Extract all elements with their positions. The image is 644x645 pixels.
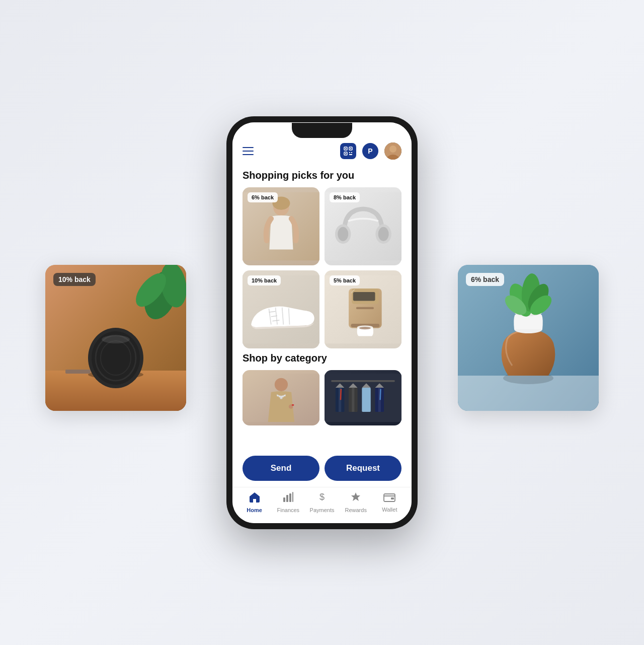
svg-rect-29 [351,152,352,153]
phone-screen: P Shopping picks for you [232,122,412,523]
svg-point-41 [378,227,389,241]
svg-rect-37 [325,192,401,260]
svg-rect-81 [292,492,293,502]
svg-rect-23 [345,148,346,149]
nav-rewards[interactable]: Rewards [339,491,373,513]
svg-point-7 [102,335,130,343]
svg-rect-27 [345,153,346,154]
svg-point-64 [282,395,284,397]
svg-text:$: $ [319,492,325,502]
svg-point-39 [338,227,348,241]
rewards-icon [350,491,361,506]
svg-point-57 [359,327,371,329]
product-card-fashion[interactable]: 6% back [243,187,319,265]
svg-point-59 [275,378,288,391]
coffee-badge: 5% back [330,275,360,285]
svg-rect-53 [353,292,375,300]
nav-wallet[interactable]: Wallet [373,492,407,513]
svg-rect-78 [283,497,285,502]
hamburger-line-3 [243,154,254,155]
svg-rect-11 [65,370,91,374]
right-card-badge: 6% back [466,273,504,286]
svg-rect-75 [362,387,370,411]
menu-button[interactable] [243,144,257,158]
svg-rect-84 [391,497,394,499]
hamburger-line-1 [243,147,254,148]
svg-rect-74 [352,387,354,411]
plant-image [458,265,599,411]
rewards-label: Rewards [345,507,367,513]
qr-button[interactable] [340,143,356,159]
category-title: Shop by category [232,348,412,370]
notch [292,123,352,138]
svg-rect-25 [350,148,351,149]
product-grid: 6% back [232,187,412,348]
scroll-content: Shopping picks for you 6% back [232,166,412,450]
svg-rect-30 [349,154,352,155]
svg-point-32 [389,146,396,153]
svg-point-61 [277,394,278,396]
plant-scene-svg [458,265,599,411]
fashion-badge: 6% back [248,192,278,202]
side-card-right[interactable]: 6% back [458,265,599,411]
qr-icon [344,147,353,156]
product-card-coffee[interactable]: 5% back [325,270,401,348]
wallet-label: Wallet [382,507,397,513]
action-buttons: Send Request [232,450,412,487]
finances-label: Finances [277,507,299,513]
speaker-image [45,265,186,411]
svg-rect-54 [356,307,374,309]
svg-rect-79 [286,495,288,502]
payments-label: Payments [310,507,335,513]
paypal-button[interactable]: P [362,143,378,159]
svg-point-62 [279,395,280,397]
category-fashion-svg [243,370,319,425]
scene: 10% back [45,58,599,587]
left-card-badge: 10% back [53,273,96,286]
nav-home[interactable]: Home [237,491,271,513]
svg-rect-80 [289,493,291,502]
category-suits-svg [325,370,401,425]
svg-rect-28 [349,152,350,153]
bottom-nav: Home Finances [232,487,412,523]
user-avatar[interactable] [384,142,401,160]
svg-rect-67 [292,404,294,406]
svg-point-65 [284,394,285,396]
nav-finances[interactable]: Finances [271,491,305,513]
finances-icon [283,491,294,506]
nav-payments[interactable]: $ Payments [305,491,339,513]
svg-rect-69 [331,380,395,382]
home-icon [249,491,261,506]
product-card-headphones[interactable]: 8% back [325,187,401,265]
svg-point-63 [280,396,282,397]
top-nav-right: P [340,142,401,160]
send-button[interactable]: Send [243,456,319,481]
shopping-picks-title: Shopping picks for you [232,166,412,187]
payments-icon: $ [316,491,328,506]
top-nav: P [232,138,412,166]
product-card-shoes[interactable]: 10% back [243,270,319,348]
request-button[interactable]: Request [325,456,401,481]
category-suits[interactable] [325,370,401,425]
avatar-svg [384,142,401,160]
headphones-badge: 8% back [330,192,360,202]
hamburger-line-2 [243,151,254,152]
phone: P Shopping picks for you [226,116,418,529]
notch-area [232,122,412,138]
side-card-left[interactable]: 10% back [45,265,186,411]
home-label: Home [247,507,262,513]
category-fashion[interactable] [243,370,319,425]
category-grid [232,370,412,425]
wallet-icon [383,492,395,505]
speaker-scene-svg [45,265,186,411]
shoes-badge: 10% back [248,275,281,285]
